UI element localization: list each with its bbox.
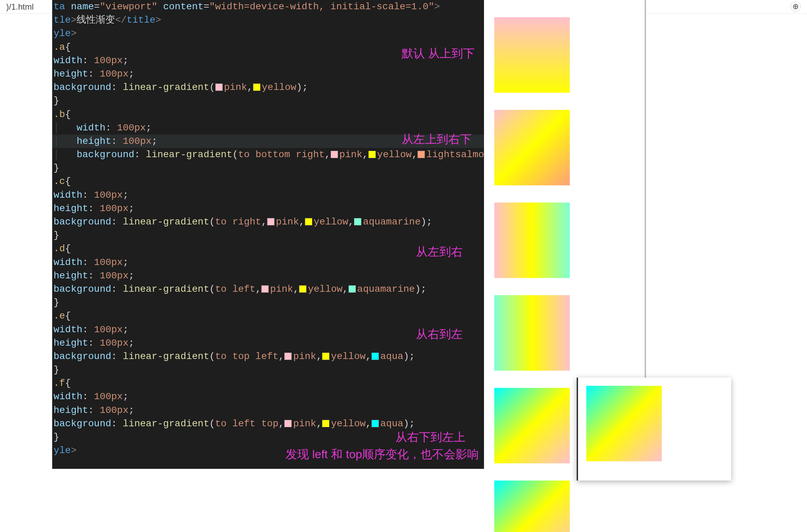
code-line: width: 100px; <box>52 390 484 403</box>
code-editor[interactable]: ta name="viewport" content="width=device… <box>52 0 484 469</box>
color-swatch-icon <box>331 151 338 158</box>
code-line: ta name="viewport" content="width=device… <box>52 0 484 13</box>
annotation: 从左到右 <box>416 244 463 260</box>
code-line: height: 100px; <box>52 67 484 81</box>
color-swatch-icon <box>417 151 425 158</box>
gradient-box-e <box>494 388 570 463</box>
annotation: 从左上到右下 <box>402 131 472 148</box>
color-swatch-icon <box>299 285 307 293</box>
color-swatch-icon <box>261 285 269 293</box>
color-swatch-icon <box>322 420 330 427</box>
color-swatch-icon <box>371 420 379 427</box>
color-swatch-icon <box>322 352 330 360</box>
annotation: 从右下到左上 <box>395 429 465 446</box>
code-line: } <box>52 296 484 309</box>
color-swatch-icon <box>371 352 379 360</box>
gradient-box-d <box>494 295 570 371</box>
code-line: tle>线性渐变</title> <box>52 13 484 27</box>
color-swatch-icon <box>368 151 376 158</box>
annotation: 默认 从上到下 <box>402 45 475 62</box>
code-line: } <box>52 363 484 377</box>
gradient-box-c <box>494 203 570 278</box>
code-line: width: 100px; <box>52 188 484 202</box>
gradient-box-f <box>494 481 570 532</box>
code-line: background: linear-gradient(to top left,… <box>52 350 484 363</box>
browser-tab[interactable]: )/1.html <box>0 0 40 14</box>
code-line: background: linear-gradient(to left,pink… <box>52 282 484 296</box>
color-swatch-icon <box>253 83 261 91</box>
code-line: .b{ <box>52 108 484 121</box>
plus-icon: ⊕ <box>793 1 799 12</box>
color-swatch-icon <box>348 285 356 293</box>
color-swatch-icon <box>267 218 275 225</box>
annotation: 从右到左 <box>416 326 463 343</box>
annotation: 发现 left 和 top顺序变化，也不会影响 <box>286 446 479 463</box>
code-line: height: 100px; <box>52 269 484 282</box>
code-line: yle> <box>52 27 484 40</box>
color-tooltip-popup <box>577 378 731 481</box>
code-line: background: linear-gradient(to right,pin… <box>52 215 484 229</box>
code-line: .f{ <box>52 377 484 390</box>
code-line: background: linear-gradient(pink,yellow)… <box>52 81 484 94</box>
color-swatch-icon <box>284 420 292 427</box>
code-line: } <box>52 161 484 175</box>
tooltip-gradient-preview <box>586 386 662 461</box>
color-swatch-icon <box>284 352 292 360</box>
gradient-box-b <box>494 110 570 185</box>
code-line: .e{ <box>52 309 484 323</box>
code-line: │ background: linear-gradient(to bottom … <box>52 148 484 161</box>
color-swatch-icon <box>215 83 223 91</box>
color-swatch-icon <box>354 218 361 225</box>
code-line: } <box>52 229 484 242</box>
color-swatch-icon <box>305 218 312 225</box>
code-line: } <box>52 94 484 107</box>
code-line: height: 100px; <box>52 404 484 417</box>
code-line: background: linear-gradient(to left top,… <box>52 417 484 430</box>
code-line: .c{ <box>52 175 484 188</box>
gradient-box-a <box>494 17 570 93</box>
code-line: height: 100px; <box>52 202 484 215</box>
browser-tab-label: )/1.html <box>6 2 34 12</box>
new-tab-button[interactable]: ⊕ <box>791 1 801 12</box>
